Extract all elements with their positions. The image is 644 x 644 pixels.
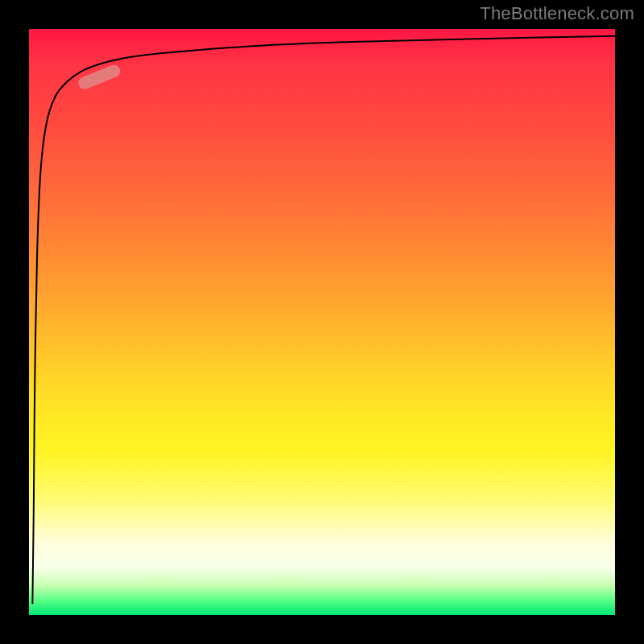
curve-layer [29, 29, 615, 615]
chart-stage: TheBottleneck.com [0, 0, 644, 644]
plot-area [29, 29, 615, 615]
curve-line [32, 36, 615, 604]
watermark-text: TheBottleneck.com [480, 3, 634, 24]
svg-rect-0 [76, 63, 122, 91]
highlight-pill [76, 63, 122, 91]
